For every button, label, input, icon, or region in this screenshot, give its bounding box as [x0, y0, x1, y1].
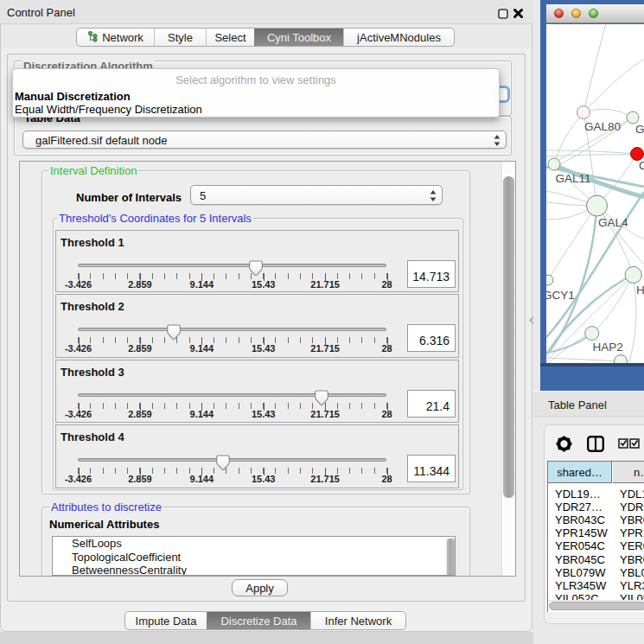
svg-text:GA: GA — [635, 123, 644, 136]
svg-text:GCY1: GCY1 — [546, 289, 575, 302]
svg-text:HAP2: HAP2 — [593, 341, 623, 354]
svg-text:GAL4: GAL4 — [598, 216, 628, 229]
svg-text:H: H — [636, 284, 644, 296]
svg-text:GAL11: GAL11 — [556, 172, 591, 185]
svg-text:C: C — [639, 159, 644, 172]
svg-text:GAL80: GAL80 — [584, 120, 621, 133]
